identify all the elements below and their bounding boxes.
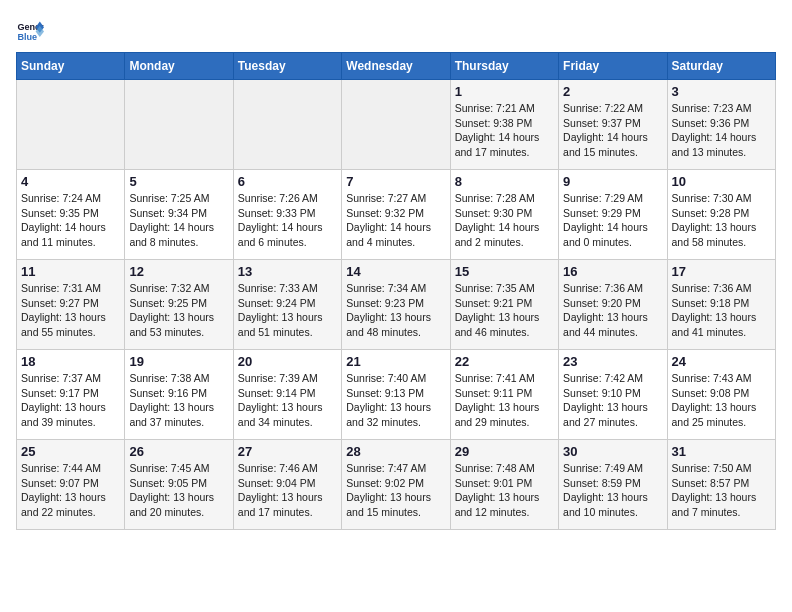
- weekday-saturday: Saturday: [667, 53, 775, 80]
- day-info: Sunrise: 7:41 AM Sunset: 9:11 PM Dayligh…: [455, 371, 554, 430]
- day-info: Sunrise: 7:37 AM Sunset: 9:17 PM Dayligh…: [21, 371, 120, 430]
- day-number: 18: [21, 354, 120, 369]
- calendar-week-3: 11Sunrise: 7:31 AM Sunset: 9:27 PM Dayli…: [17, 260, 776, 350]
- calendar-cell: [233, 80, 341, 170]
- calendar-cell: 17Sunrise: 7:36 AM Sunset: 9:18 PM Dayli…: [667, 260, 775, 350]
- day-info: Sunrise: 7:34 AM Sunset: 9:23 PM Dayligh…: [346, 281, 445, 340]
- day-info: Sunrise: 7:50 AM Sunset: 8:57 PM Dayligh…: [672, 461, 771, 520]
- calendar-cell: 13Sunrise: 7:33 AM Sunset: 9:24 PM Dayli…: [233, 260, 341, 350]
- day-info: Sunrise: 7:36 AM Sunset: 9:18 PM Dayligh…: [672, 281, 771, 340]
- day-info: Sunrise: 7:40 AM Sunset: 9:13 PM Dayligh…: [346, 371, 445, 430]
- weekday-sunday: Sunday: [17, 53, 125, 80]
- calendar-cell: 1Sunrise: 7:21 AM Sunset: 9:38 PM Daylig…: [450, 80, 558, 170]
- day-number: 6: [238, 174, 337, 189]
- calendar-cell: [17, 80, 125, 170]
- day-info: Sunrise: 7:29 AM Sunset: 9:29 PM Dayligh…: [563, 191, 662, 250]
- calendar-cell: [125, 80, 233, 170]
- weekday-friday: Friday: [559, 53, 667, 80]
- day-number: 2: [563, 84, 662, 99]
- day-number: 7: [346, 174, 445, 189]
- day-number: 20: [238, 354, 337, 369]
- calendar-week-2: 4Sunrise: 7:24 AM Sunset: 9:35 PM Daylig…: [17, 170, 776, 260]
- calendar-cell: 10Sunrise: 7:30 AM Sunset: 9:28 PM Dayli…: [667, 170, 775, 260]
- day-info: Sunrise: 7:23 AM Sunset: 9:36 PM Dayligh…: [672, 101, 771, 160]
- day-number: 17: [672, 264, 771, 279]
- logo: General Blue: [16, 16, 48, 44]
- calendar-cell: 7Sunrise: 7:27 AM Sunset: 9:32 PM Daylig…: [342, 170, 450, 260]
- day-info: Sunrise: 7:45 AM Sunset: 9:05 PM Dayligh…: [129, 461, 228, 520]
- day-number: 4: [21, 174, 120, 189]
- day-number: 29: [455, 444, 554, 459]
- day-number: 27: [238, 444, 337, 459]
- day-info: Sunrise: 7:42 AM Sunset: 9:10 PM Dayligh…: [563, 371, 662, 430]
- calendar-cell: 21Sunrise: 7:40 AM Sunset: 9:13 PM Dayli…: [342, 350, 450, 440]
- day-number: 3: [672, 84, 771, 99]
- day-info: Sunrise: 7:22 AM Sunset: 9:37 PM Dayligh…: [563, 101, 662, 160]
- calendar-cell: 19Sunrise: 7:38 AM Sunset: 9:16 PM Dayli…: [125, 350, 233, 440]
- day-number: 13: [238, 264, 337, 279]
- calendar-cell: 24Sunrise: 7:43 AM Sunset: 9:08 PM Dayli…: [667, 350, 775, 440]
- day-number: 15: [455, 264, 554, 279]
- day-number: 9: [563, 174, 662, 189]
- calendar-cell: 2Sunrise: 7:22 AM Sunset: 9:37 PM Daylig…: [559, 80, 667, 170]
- day-number: 11: [21, 264, 120, 279]
- day-info: Sunrise: 7:30 AM Sunset: 9:28 PM Dayligh…: [672, 191, 771, 250]
- day-number: 12: [129, 264, 228, 279]
- calendar-cell: 9Sunrise: 7:29 AM Sunset: 9:29 PM Daylig…: [559, 170, 667, 260]
- calendar-cell: 16Sunrise: 7:36 AM Sunset: 9:20 PM Dayli…: [559, 260, 667, 350]
- day-info: Sunrise: 7:28 AM Sunset: 9:30 PM Dayligh…: [455, 191, 554, 250]
- day-info: Sunrise: 7:25 AM Sunset: 9:34 PM Dayligh…: [129, 191, 228, 250]
- svg-text:Blue: Blue: [17, 32, 37, 42]
- calendar-cell: 11Sunrise: 7:31 AM Sunset: 9:27 PM Dayli…: [17, 260, 125, 350]
- day-info: Sunrise: 7:26 AM Sunset: 9:33 PM Dayligh…: [238, 191, 337, 250]
- day-info: Sunrise: 7:27 AM Sunset: 9:32 PM Dayligh…: [346, 191, 445, 250]
- weekday-tuesday: Tuesday: [233, 53, 341, 80]
- day-info: Sunrise: 7:36 AM Sunset: 9:20 PM Dayligh…: [563, 281, 662, 340]
- calendar-cell: 18Sunrise: 7:37 AM Sunset: 9:17 PM Dayli…: [17, 350, 125, 440]
- calendar-cell: 14Sunrise: 7:34 AM Sunset: 9:23 PM Dayli…: [342, 260, 450, 350]
- calendar-cell: 23Sunrise: 7:42 AM Sunset: 9:10 PM Dayli…: [559, 350, 667, 440]
- calendar-cell: 29Sunrise: 7:48 AM Sunset: 9:01 PM Dayli…: [450, 440, 558, 530]
- day-number: 30: [563, 444, 662, 459]
- day-number: 24: [672, 354, 771, 369]
- calendar-cell: 31Sunrise: 7:50 AM Sunset: 8:57 PM Dayli…: [667, 440, 775, 530]
- day-info: Sunrise: 7:47 AM Sunset: 9:02 PM Dayligh…: [346, 461, 445, 520]
- day-info: Sunrise: 7:33 AM Sunset: 9:24 PM Dayligh…: [238, 281, 337, 340]
- calendar-cell: 6Sunrise: 7:26 AM Sunset: 9:33 PM Daylig…: [233, 170, 341, 260]
- weekday-thursday: Thursday: [450, 53, 558, 80]
- day-info: Sunrise: 7:32 AM Sunset: 9:25 PM Dayligh…: [129, 281, 228, 340]
- day-number: 5: [129, 174, 228, 189]
- day-number: 19: [129, 354, 228, 369]
- calendar-cell: 8Sunrise: 7:28 AM Sunset: 9:30 PM Daylig…: [450, 170, 558, 260]
- day-number: 31: [672, 444, 771, 459]
- day-number: 16: [563, 264, 662, 279]
- day-info: Sunrise: 7:38 AM Sunset: 9:16 PM Dayligh…: [129, 371, 228, 430]
- day-number: 8: [455, 174, 554, 189]
- calendar-cell: 26Sunrise: 7:45 AM Sunset: 9:05 PM Dayli…: [125, 440, 233, 530]
- calendar-table: SundayMondayTuesdayWednesdayThursdayFrid…: [16, 52, 776, 530]
- day-info: Sunrise: 7:35 AM Sunset: 9:21 PM Dayligh…: [455, 281, 554, 340]
- calendar-cell: [342, 80, 450, 170]
- day-number: 23: [563, 354, 662, 369]
- day-info: Sunrise: 7:21 AM Sunset: 9:38 PM Dayligh…: [455, 101, 554, 160]
- day-number: 28: [346, 444, 445, 459]
- day-number: 10: [672, 174, 771, 189]
- calendar-cell: 25Sunrise: 7:44 AM Sunset: 9:07 PM Dayli…: [17, 440, 125, 530]
- day-info: Sunrise: 7:24 AM Sunset: 9:35 PM Dayligh…: [21, 191, 120, 250]
- day-info: Sunrise: 7:46 AM Sunset: 9:04 PM Dayligh…: [238, 461, 337, 520]
- calendar-body: 1Sunrise: 7:21 AM Sunset: 9:38 PM Daylig…: [17, 80, 776, 530]
- day-info: Sunrise: 7:49 AM Sunset: 8:59 PM Dayligh…: [563, 461, 662, 520]
- calendar-cell: 30Sunrise: 7:49 AM Sunset: 8:59 PM Dayli…: [559, 440, 667, 530]
- day-number: 1: [455, 84, 554, 99]
- day-number: 25: [21, 444, 120, 459]
- calendar-cell: 28Sunrise: 7:47 AM Sunset: 9:02 PM Dayli…: [342, 440, 450, 530]
- calendar-cell: 3Sunrise: 7:23 AM Sunset: 9:36 PM Daylig…: [667, 80, 775, 170]
- calendar-cell: 15Sunrise: 7:35 AM Sunset: 9:21 PM Dayli…: [450, 260, 558, 350]
- calendar-week-4: 18Sunrise: 7:37 AM Sunset: 9:17 PM Dayli…: [17, 350, 776, 440]
- day-number: 26: [129, 444, 228, 459]
- calendar-cell: 27Sunrise: 7:46 AM Sunset: 9:04 PM Dayli…: [233, 440, 341, 530]
- calendar-cell: 20Sunrise: 7:39 AM Sunset: 9:14 PM Dayli…: [233, 350, 341, 440]
- day-number: 14: [346, 264, 445, 279]
- day-number: 22: [455, 354, 554, 369]
- day-info: Sunrise: 7:48 AM Sunset: 9:01 PM Dayligh…: [455, 461, 554, 520]
